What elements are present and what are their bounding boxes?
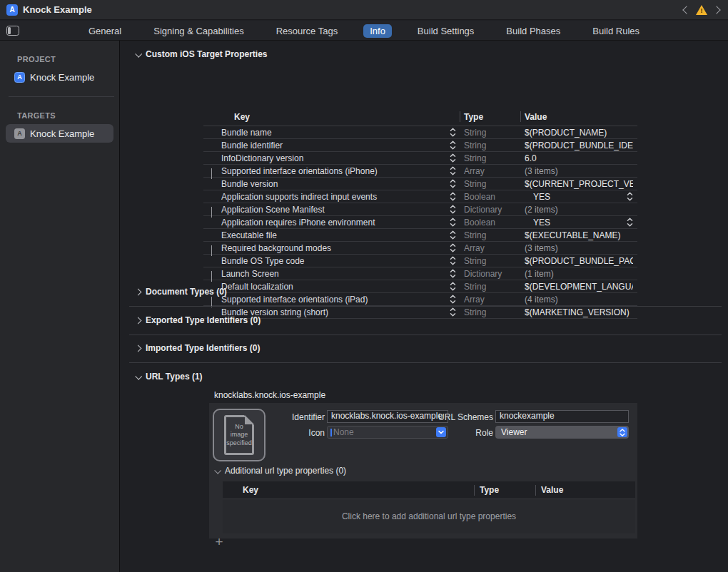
role-popup[interactable]: Viewer (495, 426, 629, 439)
tab[interactable]: Build Rules (586, 24, 646, 38)
key-stepper-icon[interactable] (450, 295, 456, 304)
tab[interactable]: Signing & Capabilities (147, 24, 250, 38)
property-row[interactable]: Launch Screen Dictionary (1 item) (203, 267, 637, 280)
tab[interactable]: Build Phases (500, 24, 567, 38)
property-key[interactable]: Supported interface orientations (iPhone… (221, 166, 447, 176)
property-key[interactable]: Bundle OS Type code (221, 256, 447, 266)
property-value[interactable]: $(MARKETING_VERSION) (525, 307, 633, 317)
property-value[interactable]: $(PRODUCT_BUNDLE_IDENT (525, 141, 633, 150)
property-value[interactable]: (4 items) (525, 295, 633, 305)
disclosure-icon[interactable] (211, 245, 212, 255)
disclosure-icon[interactable] (211, 168, 212, 178)
tab[interactable]: Info (363, 24, 392, 38)
section-header[interactable]: Exported Type Identifiers (0) (136, 315, 261, 325)
property-row[interactable]: InfoDictionary version String 6.0 (203, 152, 637, 165)
key-stepper-icon[interactable] (450, 179, 456, 188)
property-row[interactable]: Executable file String $(EXECUTABLE_NAME… (203, 229, 637, 242)
property-key[interactable]: Bundle identifier (221, 141, 447, 150)
chevron-right-icon[interactable] (135, 344, 142, 352)
property-value[interactable]: YES (525, 192, 633, 202)
property-key[interactable]: Required background modes (221, 243, 447, 253)
key-stepper-icon[interactable] (450, 282, 456, 291)
tab[interactable]: General (82, 24, 128, 38)
property-key[interactable]: Supported interface orientations (iPad) (221, 295, 447, 305)
property-key[interactable]: Default localization (221, 282, 447, 292)
chevron-down-icon[interactable] (214, 466, 221, 474)
property-row[interactable]: Required background modes Array (3 items… (203, 242, 637, 255)
key-stepper-icon[interactable] (450, 243, 456, 252)
section-header[interactable]: Imported Type Identifiers (0) (136, 343, 260, 353)
key-stepper-icon[interactable] (450, 192, 456, 201)
section-header[interactable]: Document Types (0) (136, 287, 227, 297)
chevron-down-icon[interactable] (135, 50, 142, 57)
identifier-label: Identifier (263, 412, 325, 422)
disclosure-icon[interactable] (211, 271, 212, 281)
disclosure-icon[interactable] (211, 207, 212, 217)
url-type-image-well[interactable]: No image specified (213, 409, 266, 461)
property-row[interactable]: Application requires iPhone environment … (203, 216, 637, 229)
column-key: Key (243, 485, 258, 495)
property-row[interactable]: Bundle OS Type code String $(PRODUCT_BUN… (203, 255, 637, 267)
property-key[interactable]: Bundle name (221, 128, 447, 138)
additional-table-empty[interactable]: Click here to add additional url type pr… (223, 499, 635, 533)
property-row[interactable]: Bundle identifier String $(PRODUCT_BUNDL… (203, 139, 637, 152)
chevron-right-icon[interactable] (135, 288, 142, 295)
property-row[interactable]: Bundle version String $(CURRENT_PROJECT_… (203, 178, 637, 190)
key-stepper-icon[interactable] (450, 269, 456, 278)
property-value[interactable]: $(CURRENT_PROJECT_VERS (525, 179, 633, 189)
popup-stepper-icon[interactable] (617, 427, 627, 437)
property-row[interactable]: Application Scene Manifest Dictionary (2… (203, 203, 637, 216)
property-value[interactable]: (3 items) (525, 243, 633, 253)
property-row[interactable]: Supported interface orientations (iPhone… (203, 165, 637, 178)
value-stepper-icon[interactable] (627, 192, 633, 201)
add-url-type-button[interactable]: + (213, 536, 226, 549)
key-stepper-icon[interactable] (450, 230, 456, 240)
back-icon[interactable] (682, 6, 690, 14)
property-row[interactable]: Bundle name String $(PRODUCT_NAME) (203, 126, 637, 139)
sidebar-item-target[interactable]: A Knock Example (6, 124, 113, 143)
property-key[interactable]: InfoDictionary version (221, 153, 447, 163)
property-row[interactable]: Supported interface orientations (iPad) … (203, 293, 637, 306)
additional-properties-header[interactable]: Additional url type properties (0) (215, 466, 346, 476)
property-value[interactable]: YES (525, 218, 633, 228)
property-key[interactable]: Application requires iPhone environment (221, 218, 447, 228)
property-row[interactable]: Application supports indirect input even… (203, 190, 637, 203)
property-row[interactable]: Bundle version string (short) String $(M… (203, 306, 637, 319)
key-stepper-icon[interactable] (450, 218, 456, 227)
tab[interactable]: Build Settings (411, 24, 481, 38)
key-stepper-icon[interactable] (450, 205, 456, 214)
property-value[interactable]: (3 items) (525, 166, 633, 176)
forward-icon[interactable] (712, 6, 720, 14)
property-value[interactable]: $(DEVELOPMENT_LANGUAGI (525, 282, 633, 292)
warning-icon[interactable]: ! (696, 5, 707, 15)
key-stepper-icon[interactable] (450, 141, 456, 150)
key-stepper-icon[interactable] (450, 256, 456, 265)
chevron-right-icon[interactable] (135, 317, 142, 324)
disclosure-icon[interactable] (211, 297, 212, 307)
property-value[interactable]: 6.0 (525, 153, 633, 163)
value-stepper-icon[interactable] (627, 218, 633, 227)
property-key[interactable]: Bundle version (221, 179, 447, 189)
key-stepper-icon[interactable] (450, 128, 456, 137)
key-stepper-icon[interactable] (450, 153, 456, 163)
key-stepper-icon[interactable] (450, 166, 456, 175)
section-custom-ios-target-properties[interactable]: Custom iOS Target Properties (136, 49, 267, 59)
property-value[interactable]: $(PRODUCT_NAME) (525, 128, 633, 138)
properties-table-header: Key Type Value (203, 109, 637, 126)
url-schemes-input[interactable]: knockexample (495, 410, 629, 423)
property-key[interactable]: Executable file (221, 230, 447, 240)
property-key[interactable]: Application Scene Manifest (221, 205, 447, 215)
property-value[interactable]: (2 items) (525, 205, 633, 215)
property-value[interactable]: (1 item) (525, 269, 633, 279)
section-url-types[interactable]: URL Types (1) (136, 372, 203, 382)
property-type: String (464, 282, 521, 292)
property-row[interactable]: Default localization String $(DEVELOPMEN… (203, 280, 637, 293)
property-value[interactable]: $(EXECUTABLE_NAME) (525, 230, 633, 240)
key-stepper-icon[interactable] (450, 307, 456, 317)
sidebar-item-project[interactable]: A Knock Example (6, 68, 113, 86)
property-value[interactable]: $(PRODUCT_BUNDLE_PACKA (525, 256, 633, 266)
property-key[interactable]: Launch Screen (221, 269, 447, 279)
tab[interactable]: Resource Tags (270, 24, 344, 38)
property-key[interactable]: Application supports indirect input even… (221, 192, 447, 202)
chevron-down-icon[interactable] (135, 372, 142, 379)
